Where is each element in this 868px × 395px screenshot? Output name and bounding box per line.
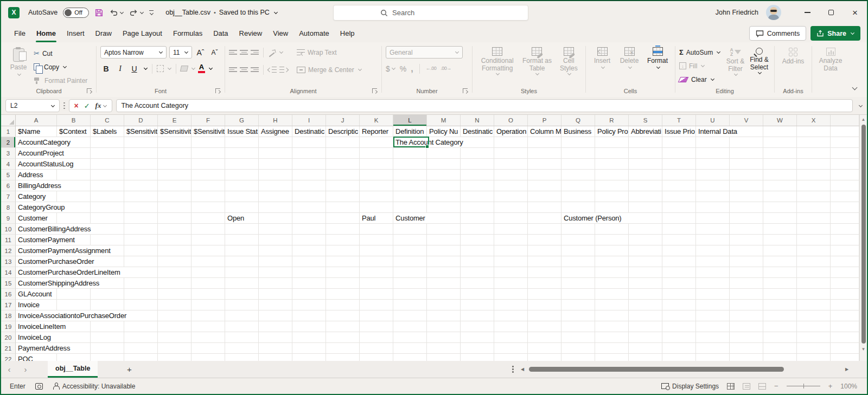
addins-button[interactable]: Add-ins [777, 46, 809, 65]
cell-O18[interactable] [494, 310, 528, 321]
row-header-11[interactable]: 11 [1, 235, 16, 245]
cell-C20[interactable] [91, 332, 124, 343]
copy-button[interactable]: Copy [33, 60, 88, 74]
cell-B1[interactable]: $Context [57, 126, 91, 137]
cell-G1[interactable]: Issue Stat [225, 126, 259, 137]
cell-G17[interactable] [225, 300, 259, 310]
cell-L6[interactable] [393, 180, 427, 191]
cell-P9[interactable] [528, 213, 561, 224]
cell-L7[interactable] [393, 191, 427, 202]
percent-style-icon[interactable]: % [400, 64, 406, 73]
cell-B16[interactable] [57, 289, 91, 300]
cell-E11[interactable] [158, 235, 192, 245]
cell-E19[interactable] [158, 321, 192, 332]
cell-J12[interactable] [326, 245, 360, 256]
cell-K14[interactable] [360, 267, 393, 278]
cell-U18[interactable] [696, 310, 730, 321]
cell-H15[interactable] [259, 278, 292, 289]
cell-P19[interactable] [528, 321, 561, 332]
cell-I15[interactable] [292, 278, 326, 289]
zoom-level[interactable]: 100% [840, 383, 857, 390]
cell-Q13[interactable] [561, 256, 595, 267]
cell-G14[interactable] [225, 267, 259, 278]
cell-W3[interactable] [763, 148, 797, 159]
cell-V10[interactable] [730, 224, 763, 235]
format-as-table-button[interactable]: Format as Table [520, 47, 554, 76]
cell-A6[interactable]: BillingAddress [16, 180, 91, 191]
cell-C19[interactable] [91, 321, 124, 332]
cell-Q4[interactable] [561, 159, 595, 170]
cell-Q20[interactable] [561, 332, 595, 343]
cell-Q12[interactable] [561, 245, 595, 256]
scroll-right-icon[interactable]: ▶ [845, 367, 852, 372]
cell-I11[interactable] [292, 235, 326, 245]
cell-Q18[interactable] [561, 310, 595, 321]
cell-M13[interactable] [427, 256, 461, 267]
cell-G3[interactable] [225, 148, 259, 159]
column-header-O[interactable]: O [494, 115, 528, 126]
cell-A19[interactable]: InvoiceLineItem [16, 321, 91, 332]
cell-T20[interactable] [662, 332, 696, 343]
cell-H11[interactable] [259, 235, 292, 245]
cell-D3[interactable] [124, 148, 158, 159]
cell-O5[interactable] [494, 170, 528, 180]
cell-R8[interactable] [595, 202, 629, 213]
cell-F10[interactable] [192, 224, 225, 235]
cell-K8[interactable] [360, 202, 393, 213]
cell-F17[interactable] [192, 300, 225, 310]
cell-K3[interactable] [360, 148, 393, 159]
cell-U11[interactable] [696, 235, 730, 245]
accessibility-checker[interactable]: Accessibility: Unavailable [53, 383, 136, 390]
cell-F13[interactable] [192, 256, 225, 267]
vertical-scrollbar[interactable]: ▲ ▼ [859, 115, 867, 361]
column-header-F[interactable]: F [192, 115, 225, 126]
cell-W21[interactable] [763, 343, 797, 354]
cell-P11[interactable] [528, 235, 561, 245]
row-header-15[interactable]: 15 [1, 278, 16, 289]
cell-P21[interactable] [528, 343, 561, 354]
cell-X17[interactable] [797, 300, 831, 310]
row-header-4[interactable]: 4 [1, 159, 16, 170]
cell-O7[interactable] [494, 191, 528, 202]
cell-Q9[interactable]: Customer (Person) [561, 213, 662, 224]
cell-A8[interactable]: CategoryGroup [16, 202, 91, 213]
cell-X11[interactable] [797, 235, 831, 245]
cell-K20[interactable] [360, 332, 393, 343]
column-header-B[interactable]: B [57, 115, 91, 126]
tab-home[interactable]: Home [31, 24, 61, 42]
cell-X15[interactable] [797, 278, 831, 289]
cell-R2[interactable] [595, 137, 629, 148]
cell-W20[interactable] [763, 332, 797, 343]
cell-K6[interactable] [360, 180, 393, 191]
page-layout-view-icon[interactable] [743, 383, 750, 390]
cell-W12[interactable] [763, 245, 797, 256]
cell-S6[interactable] [629, 180, 662, 191]
cell-A5[interactable]: Address [16, 170, 57, 180]
cell-U21[interactable] [696, 343, 730, 354]
cell-V15[interactable] [730, 278, 763, 289]
cell-N5[interactable] [461, 170, 494, 180]
cell-F5[interactable] [192, 170, 225, 180]
cell-C6[interactable] [91, 180, 124, 191]
cell-I13[interactable] [292, 256, 326, 267]
cell-D4[interactable] [124, 159, 158, 170]
cell-G13[interactable] [225, 256, 259, 267]
column-header-G[interactable]: G [225, 115, 259, 126]
cell-F11[interactable] [192, 235, 225, 245]
cell-S10[interactable] [629, 224, 662, 235]
cell-U13[interactable] [696, 256, 730, 267]
column-header-I[interactable]: I [292, 115, 326, 126]
cell-I1[interactable]: Destinatic [292, 126, 326, 137]
macro-record-icon[interactable] [35, 383, 43, 390]
cell-M20[interactable] [427, 332, 461, 343]
comma-style-icon[interactable]: , [411, 64, 413, 74]
cell-O16[interactable] [494, 289, 528, 300]
cell-A22[interactable]: POC [16, 354, 57, 361]
cell-I6[interactable] [292, 180, 326, 191]
cell-I8[interactable] [292, 202, 326, 213]
cell-X8[interactable] [797, 202, 831, 213]
cell-R12[interactable] [595, 245, 629, 256]
cell-E3[interactable] [158, 148, 192, 159]
cell-R5[interactable] [595, 170, 629, 180]
align-top-icon[interactable] [229, 50, 237, 55]
